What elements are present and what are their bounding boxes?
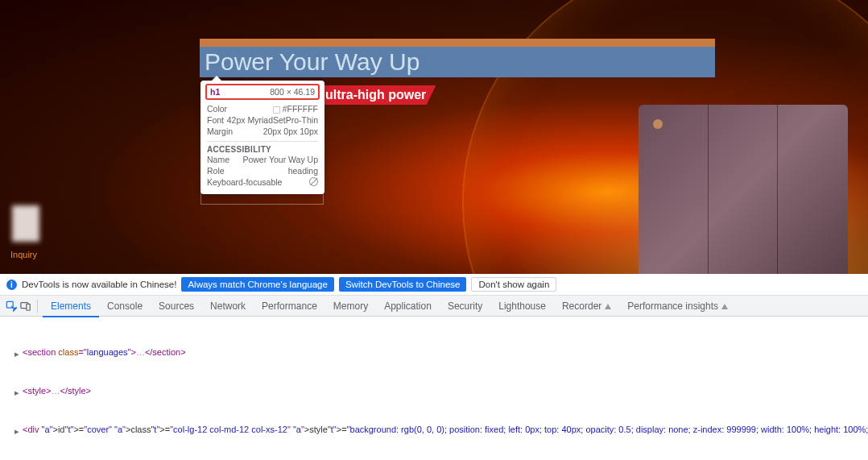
- tooltip-a11y-label: Role: [207, 166, 225, 176]
- elements-panel[interactable]: <section class="languages">…</section> <…: [0, 317, 868, 460]
- switch-to-chinese-button[interactable]: Switch DevTools to Chinese: [339, 277, 467, 292]
- always-match-language-button[interactable]: Always match Chrome's language: [181, 277, 334, 292]
- tooltip-row-label: Margin: [207, 126, 233, 136]
- tab-application[interactable]: Application: [376, 296, 440, 316]
- tab-security[interactable]: Security: [440, 296, 490, 316]
- tab-memory[interactable]: Memory: [325, 296, 376, 316]
- tooltip-row-value: #FFFFFF: [283, 104, 318, 114]
- tab-elements[interactable]: Elements: [43, 296, 99, 317]
- tooltip-a11y-value: heading: [288, 166, 318, 176]
- title-accent-bar: [200, 39, 715, 47]
- avatar-label: Inquiry: [10, 250, 37, 259]
- expand-arrow-icon[interactable]: [14, 347, 21, 360]
- ultra-high-power-badge: ultra-high power: [319, 85, 436, 105]
- tab-network[interactable]: Network: [202, 296, 254, 316]
- tooltip-a11y-label: Name: [207, 155, 229, 164]
- dont-show-again-button[interactable]: Don't show again: [471, 277, 556, 292]
- inspect-element-icon[interactable]: [5, 300, 18, 313]
- tooltip-a11y-label: Keyboard-focusable: [207, 177, 282, 187]
- hero-banner: Power Your Way Up ultra-high power h1 80…: [0, 0, 868, 274]
- devtools-toolbar: ElementsConsoleSourcesNetworkPerformance…: [0, 296, 868, 317]
- product-image: [639, 105, 848, 274]
- page-title: Power Your Way Up: [200, 47, 715, 77]
- tooltip-a11y-value: Power Your Way Up: [242, 155, 318, 164]
- expand-arrow-icon[interactable]: [14, 386, 21, 399]
- info-icon: i: [6, 280, 17, 290]
- tooltip-row-label: Color: [207, 104, 227, 114]
- tab-performance[interactable]: Performance: [254, 296, 325, 316]
- notice-text: DevTools is now available in Chinese!: [22, 280, 176, 289]
- tab-performance-insights[interactable]: Performance insights: [619, 296, 736, 316]
- tab-console[interactable]: Console: [99, 296, 151, 316]
- tooltip-a11y-heading: ACCESSIBILITY: [207, 141, 318, 154]
- device-toolbar-icon[interactable]: [19, 300, 32, 313]
- tab-sources[interactable]: Sources: [151, 296, 202, 316]
- tooltip-dimensions: 800 × 46.19: [270, 87, 315, 97]
- beaker-icon: [605, 304, 611, 309]
- beaker-icon: [721, 304, 728, 309]
- svg-rect-2: [27, 304, 30, 310]
- tab-lighthouse[interactable]: Lighthouse: [490, 296, 554, 316]
- divider: [37, 300, 38, 313]
- avatar: [12, 205, 39, 242]
- not-focusable-icon: [309, 177, 318, 186]
- devtools-language-notice: i DevTools is now available in Chinese! …: [0, 274, 868, 296]
- tooltip-tag: h1: [210, 87, 220, 97]
- expand-arrow-icon[interactable]: [14, 425, 21, 437]
- tooltip-row-label: Font: [207, 115, 224, 125]
- tab-recorder[interactable]: Recorder: [554, 296, 619, 316]
- element-inspect-tooltip: h1 800 × 46.19 Color#FFFFFF Font42px Myr…: [200, 81, 324, 194]
- tooltip-row-value: 20px 0px 10px: [263, 126, 318, 136]
- tooltip-row-value: 42px MyriadSetPro-Thin: [227, 115, 318, 125]
- color-swatch: [273, 106, 280, 114]
